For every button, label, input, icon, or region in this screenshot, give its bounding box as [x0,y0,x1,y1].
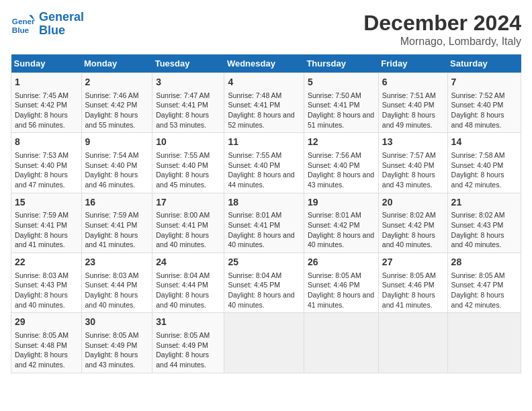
calendar-cell: 22Sunrise: 8:03 AMSunset: 4:43 PMDayligh… [11,253,82,313]
cell-content: Sunrise: 8:02 AMSunset: 4:43 PMDaylight:… [451,210,517,250]
day-number: 25 [228,256,300,269]
calendar-cell: 21Sunrise: 8:02 AMSunset: 4:43 PMDayligh… [447,193,521,253]
cell-content: Sunrise: 7:55 AMSunset: 4:40 PMDaylight:… [228,150,300,190]
calendar-cell: 13Sunrise: 7:57 AMSunset: 4:40 PMDayligh… [378,133,447,193]
day-number: 26 [308,256,375,269]
day-number: 4 [228,76,300,89]
day-number: 30 [85,316,149,329]
cell-content: Sunrise: 7:46 AMSunset: 4:42 PMDaylight:… [85,91,149,130]
day-number: 21 [451,196,517,210]
calendar-header-row: SundayMondayTuesdayWednesdayThursdayFrid… [11,54,521,73]
calendar-header-tuesday: Tuesday [152,54,224,73]
day-number: 7 [451,76,517,89]
cell-content: Sunrise: 7:50 AMSunset: 4:41 PMDaylight:… [308,91,375,130]
calendar-cell: 2Sunrise: 7:46 AMSunset: 4:42 PMDaylight… [81,73,152,133]
calendar-header-friday: Friday [378,54,447,73]
cell-content: Sunrise: 7:54 AMSunset: 4:40 PMDaylight:… [85,150,149,190]
calendar-header-monday: Monday [81,54,152,73]
cell-content: Sunrise: 8:05 AMSunset: 4:48 PMDaylight:… [15,330,78,370]
calendar-cell: 28Sunrise: 8:05 AMSunset: 4:47 PMDayligh… [447,253,521,313]
cell-content: Sunrise: 8:04 AMSunset: 4:45 PMDaylight:… [228,271,300,310]
calendar-week-row: 29Sunrise: 8:05 AMSunset: 4:48 PMDayligh… [11,313,521,373]
cell-content: Sunrise: 8:03 AMSunset: 4:44 PMDaylight:… [85,271,149,310]
calendar-body: 1Sunrise: 7:45 AMSunset: 4:42 PMDaylight… [11,73,521,373]
calendar-cell: 6Sunrise: 7:51 AMSunset: 4:40 PMDaylight… [378,73,447,133]
subtitle: Mornago, Lombardy, Italy [363,36,521,48]
cell-content: Sunrise: 7:59 AMSunset: 4:41 PMDaylight:… [85,210,149,250]
cell-content: Sunrise: 8:05 AMSunset: 4:46 PMDaylight:… [382,271,444,310]
calendar-header-saturday: Saturday [447,54,521,73]
logo-icon: General Blue [11,12,35,36]
calendar-table: SundayMondayTuesdayWednesdayThursdayFrid… [11,54,521,373]
calendar-cell: 8Sunrise: 7:53 AMSunset: 4:40 PMDaylight… [11,133,82,193]
cell-content: Sunrise: 7:56 AMSunset: 4:40 PMDaylight:… [308,150,375,190]
calendar-header-wednesday: Wednesday [224,54,304,73]
calendar-cell: 17Sunrise: 8:00 AMSunset: 4:41 PMDayligh… [152,193,224,253]
logo-line2: Blue [39,24,65,37]
page-header: General Blue General Blue December 2024 … [11,11,521,48]
cell-content: Sunrise: 7:45 AMSunset: 4:42 PMDaylight:… [15,91,78,130]
day-number: 5 [308,76,375,89]
calendar-cell [447,313,521,373]
cell-content: Sunrise: 8:04 AMSunset: 4:44 PMDaylight:… [156,271,220,310]
calendar-week-row: 22Sunrise: 8:03 AMSunset: 4:43 PMDayligh… [11,253,521,313]
calendar-cell: 16Sunrise: 7:59 AMSunset: 4:41 PMDayligh… [81,193,152,253]
day-number: 20 [382,196,444,210]
day-number: 29 [15,316,78,329]
day-number: 11 [228,136,300,149]
cell-content: Sunrise: 8:02 AMSunset: 4:42 PMDaylight:… [382,210,444,250]
calendar-cell: 18Sunrise: 8:01 AMSunset: 4:41 PMDayligh… [224,193,304,253]
day-number: 31 [156,316,220,329]
day-number: 2 [85,76,149,89]
day-number: 8 [15,136,78,149]
cell-content: Sunrise: 7:51 AMSunset: 4:40 PMDaylight:… [382,91,444,130]
calendar-week-row: 8Sunrise: 7:53 AMSunset: 4:40 PMDaylight… [11,133,521,193]
cell-content: Sunrise: 8:05 AMSunset: 4:47 PMDaylight:… [451,271,517,310]
calendar-week-row: 1Sunrise: 7:45 AMSunset: 4:42 PMDaylight… [11,73,521,133]
cell-content: Sunrise: 8:01 AMSunset: 4:41 PMDaylight:… [228,210,300,250]
day-number: 23 [85,256,149,269]
cell-content: Sunrise: 7:53 AMSunset: 4:40 PMDaylight:… [15,150,78,190]
calendar-header-thursday: Thursday [304,54,378,73]
calendar-cell: 20Sunrise: 8:02 AMSunset: 4:42 PMDayligh… [378,193,447,253]
day-number: 13 [382,136,444,149]
calendar-cell: 27Sunrise: 8:05 AMSunset: 4:46 PMDayligh… [378,253,447,313]
calendar-cell: 14Sunrise: 7:58 AMSunset: 4:40 PMDayligh… [447,133,521,193]
logo-text: General Blue [39,11,84,38]
cell-content: Sunrise: 7:59 AMSunset: 4:41 PMDaylight:… [15,210,78,250]
cell-content: Sunrise: 8:03 AMSunset: 4:43 PMDaylight:… [15,271,78,310]
main-title: December 2024 [363,11,521,36]
calendar-cell: 25Sunrise: 8:04 AMSunset: 4:45 PMDayligh… [224,253,304,313]
calendar-cell: 4Sunrise: 7:48 AMSunset: 4:41 PMDaylight… [224,73,304,133]
cell-content: Sunrise: 8:05 AMSunset: 4:49 PMDaylight:… [156,330,220,370]
calendar-cell: 24Sunrise: 8:04 AMSunset: 4:44 PMDayligh… [152,253,224,313]
calendar-cell: 23Sunrise: 8:03 AMSunset: 4:44 PMDayligh… [81,253,152,313]
calendar-cell [304,313,378,373]
day-number: 22 [15,256,78,269]
day-number: 12 [308,136,375,149]
cell-content: Sunrise: 8:05 AMSunset: 4:49 PMDaylight:… [85,330,149,370]
calendar-cell: 5Sunrise: 7:50 AMSunset: 4:41 PMDaylight… [304,73,378,133]
day-number: 18 [228,196,300,210]
day-number: 10 [156,136,220,149]
calendar-cell: 3Sunrise: 7:47 AMSunset: 4:41 PMDaylight… [152,73,224,133]
day-number: 28 [451,256,517,269]
calendar-cell: 15Sunrise: 7:59 AMSunset: 4:41 PMDayligh… [11,193,82,253]
calendar-cell: 1Sunrise: 7:45 AMSunset: 4:42 PMDaylight… [11,73,82,133]
calendar-cell: 29Sunrise: 8:05 AMSunset: 4:48 PMDayligh… [11,313,82,373]
calendar-cell: 26Sunrise: 8:05 AMSunset: 4:46 PMDayligh… [304,253,378,313]
day-number: 16 [85,196,149,210]
day-number: 24 [156,256,220,269]
day-number: 9 [85,136,149,149]
calendar-cell: 10Sunrise: 7:55 AMSunset: 4:40 PMDayligh… [152,133,224,193]
calendar-cell: 31Sunrise: 8:05 AMSunset: 4:49 PMDayligh… [152,313,224,373]
cell-content: Sunrise: 7:47 AMSunset: 4:41 PMDaylight:… [156,91,220,130]
svg-text:Blue: Blue [12,25,30,34]
calendar-cell: 7Sunrise: 7:52 AMSunset: 4:40 PMDaylight… [447,73,521,133]
calendar-cell [224,313,304,373]
calendar-cell: 30Sunrise: 8:05 AMSunset: 4:49 PMDayligh… [81,313,152,373]
cell-content: Sunrise: 7:55 AMSunset: 4:40 PMDaylight:… [156,150,220,190]
cell-content: Sunrise: 7:48 AMSunset: 4:41 PMDaylight:… [228,91,300,130]
calendar-header-sunday: Sunday [11,54,82,73]
cell-content: Sunrise: 8:05 AMSunset: 4:46 PMDaylight:… [308,271,375,310]
